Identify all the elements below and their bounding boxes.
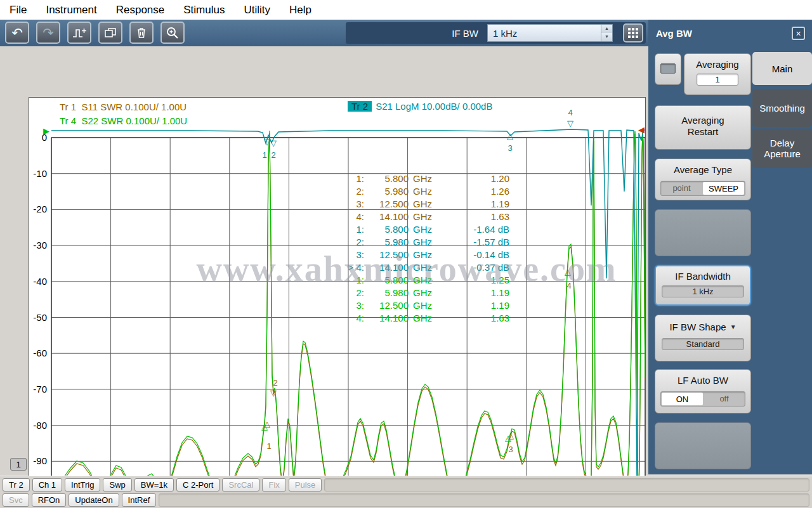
statusbar-c-2-port[interactable]: C 2-Port (176, 478, 219, 492)
average-type-button[interactable]: Average Type point SWEEP (655, 159, 751, 200)
marker-symbol[interactable]: ◀ (638, 126, 645, 134)
average-type-sweep-option[interactable]: SWEEP (703, 182, 744, 195)
menu-instrument[interactable]: Instrument (36, 4, 106, 16)
keypad-grid-icon (627, 27, 639, 39)
marker-symbol[interactable]: ▶ (43, 127, 49, 135)
averaging-restart-button[interactable]: Averaging Restart (655, 105, 751, 150)
if-bandwidth-value: 1 kHz (662, 285, 744, 297)
chart-background: 0-10-20-30-40-50-60-70-80-90-100 ▽▽12△3▽… (0, 46, 648, 476)
marker-number-label: 4 (568, 108, 572, 117)
if-bw-shape-button[interactable]: IF BW Shape ▼ Standard (655, 315, 751, 361)
y-axis-label: -80 (33, 420, 47, 431)
marker-symbol[interactable]: ▽ (264, 138, 270, 146)
statusbar-intref[interactable]: IntRef (122, 493, 157, 507)
statusbar-updateon[interactable]: UpdateOn (69, 493, 119, 507)
tab-main[interactable]: Main (752, 52, 812, 85)
tab-smoothing[interactable]: Smoothing (752, 89, 812, 127)
ifbw-input[interactable] (488, 25, 601, 41)
if-bandwidth-label: IF Bandwidth (656, 271, 750, 282)
status-bar: Tr 2Ch 1IntTrigSwpBW=1kC 2-PortSrcCalFix… (0, 476, 812, 508)
if-bw-shape-label: IF BW Shape (669, 322, 726, 333)
ifbw-stepper: ▲ ▼ (487, 24, 613, 42)
add-trace-icon (72, 27, 87, 39)
blank-softkey-2 (655, 422, 751, 469)
statusbar-fix: Fix (262, 478, 285, 492)
blank-softkey-1 (655, 209, 751, 256)
lf-auto-bw-on-option[interactable]: ON (662, 393, 703, 405)
averaging-value: 1 (697, 74, 738, 86)
menu-file[interactable]: File (0, 4, 36, 16)
statusbar-rfon[interactable]: RFOn (32, 493, 67, 507)
statusbar-ch-1[interactable]: Ch 1 (32, 478, 62, 492)
marker-symbol[interactable]: △ (505, 434, 511, 442)
marker-symbol[interactable]: ▽ (270, 389, 277, 397)
if-bandwidth-button[interactable]: IF Bandwidth 1 kHz (655, 265, 751, 306)
marker-number-label: 1 (266, 442, 271, 450)
lf-auto-bw-off-option[interactable]: off (704, 392, 745, 406)
trace4-legend[interactable]: Tr 4 S22 SWR 0.100U/ 1.00U (60, 115, 187, 126)
tab-delay-aperture[interactable]: Delay Aperture (752, 129, 812, 168)
lf-auto-bw-label: LF Auto BW (655, 375, 750, 386)
status-bar-spacer (324, 478, 809, 492)
add-trace-button[interactable] (67, 22, 91, 44)
y-axis-label: -30 (33, 240, 47, 251)
marker-number-label: 2 (273, 379, 277, 387)
average-type-point-option[interactable]: point (661, 181, 702, 195)
averaging-label: Averaging (684, 59, 750, 70)
averaging-button[interactable]: Averaging 1 (684, 53, 751, 95)
y-axis-label: -20 (33, 204, 47, 214)
averaging-indicator-button[interactable] (655, 53, 681, 85)
y-axis-label: -70 (33, 384, 47, 394)
stepper-down-button[interactable]: ▼ (601, 33, 612, 41)
marker-readout-row: 3:12.500GHz1.19 (345, 198, 509, 211)
status-bar-spacer (159, 493, 809, 507)
average-type-toggle: point SWEEP (660, 181, 745, 196)
marker-symbol[interactable]: ▽ (567, 119, 573, 127)
statusbar-bw-1k[interactable]: BW=1k (134, 478, 174, 492)
stepper-up-button[interactable]: ▲ (601, 25, 612, 33)
ifbw-label: IF BW (452, 28, 478, 39)
trace2-legend-text: S21 LogM 10.00dB/ 0.00dB (376, 101, 492, 112)
statusbar-swp[interactable]: Swp (103, 478, 131, 492)
copy-channel-icon (103, 27, 117, 39)
redo-icon: ↷ (43, 25, 54, 41)
delete-button[interactable] (129, 22, 154, 44)
menu-stimulus[interactable]: Stimulus (174, 4, 234, 16)
marker-readout-row: 1:5.800GHz-1.64 dB (345, 223, 509, 236)
marker-symbol[interactable]: △ (565, 268, 571, 276)
marker-symbol[interactable]: △ (507, 132, 513, 140)
vna-application-window: FileInstrumentResponseStimulusUtilityHel… (0, 0, 812, 508)
statusbar-tr-2[interactable]: Tr 2 (3, 478, 30, 492)
marker-number-label: 3 (508, 445, 513, 453)
menu-response[interactable]: Response (107, 4, 174, 16)
trace2-legend[interactable]: Tr 2S21 LogM 10.00dB/ 0.00dB (348, 101, 492, 112)
marker-symbol[interactable]: △ (261, 422, 268, 431)
chart-area[interactable]: 0-10-20-30-40-50-60-70-80-90-100 ▽▽12△3▽… (29, 97, 646, 508)
if-bw-shape-value: Standard (662, 338, 744, 350)
marker-symbol[interactable]: ▽ (270, 139, 277, 147)
statusbar-srccal: SrcCal (222, 478, 259, 492)
copy-channel-button[interactable] (98, 22, 122, 44)
ifbw-spinner: ▲ ▼ (601, 25, 612, 41)
zoom-button[interactable] (160, 22, 185, 44)
marker-number-label: 3 (508, 144, 512, 152)
channel-tab[interactable]: 1 (10, 458, 27, 471)
statusbar-inttrig[interactable]: IntTrig (65, 478, 100, 492)
lf-auto-bw-button[interactable]: LF Auto BW ON off (655, 369, 751, 414)
panel-close-button[interactable]: × (792, 27, 805, 40)
statusbar-svc: Svc (3, 493, 29, 507)
y-axis-label: -50 (33, 312, 47, 323)
redo-button[interactable]: ↷ (36, 22, 60, 44)
y-axis-label: -60 (33, 348, 47, 358)
menu-help[interactable]: Help (280, 4, 321, 16)
undo-button[interactable]: ↶ (5, 22, 29, 44)
ifbw-control-group: IF BW ▲ ▼ (346, 22, 646, 44)
statusbar-pulse: Pulse (289, 478, 322, 492)
menu-utility[interactable]: Utility (234, 4, 280, 16)
keypad-button[interactable] (623, 23, 643, 42)
marker-readout-row: 3:12.500GHz1.19 (345, 299, 509, 312)
y-axis-label: -90 (33, 455, 47, 466)
average-type-label: Average Type (655, 164, 750, 176)
trace1-legend[interactable]: Tr 1 S11 SWR 0.100U/ 1.00U (60, 101, 187, 112)
menu-bar: FileInstrumentResponseStimulusUtilityHel… (0, 0, 812, 20)
